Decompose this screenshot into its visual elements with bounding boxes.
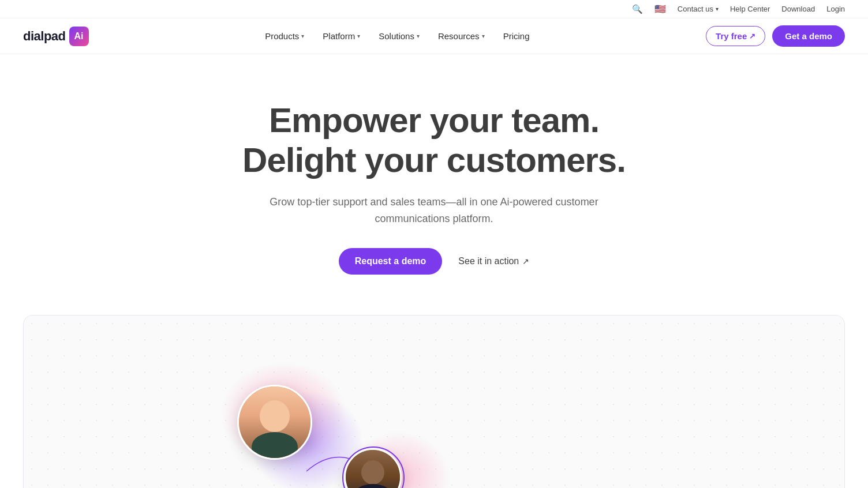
avatar-woman <box>237 385 312 460</box>
logo-wordmark: dialpad <box>23 29 66 44</box>
nav-links: Products ▾ Platform ▾ Solutions ▾ Resour… <box>257 27 537 46</box>
chevron-down-icon: ▾ <box>482 33 485 39</box>
arrow-icon: ↗ <box>522 257 529 266</box>
hero-title: Empower your team. Delight your customer… <box>197 100 671 180</box>
see-in-action-link[interactable]: See it in action ↗ <box>458 256 529 266</box>
try-free-label: Try free <box>716 31 747 41</box>
nav-item-pricing[interactable]: Pricing <box>495 27 538 46</box>
nav-link-platform[interactable]: Platform ▾ <box>315 27 368 46</box>
nav-label-resources: Resources <box>438 31 480 41</box>
contact-chevron-icon: ▾ <box>716 6 719 12</box>
nav-label-solutions: Solutions <box>379 31 414 41</box>
logo-link[interactable]: dialpad Ai <box>23 27 89 46</box>
help-center-link[interactable]: Help Center <box>730 5 770 13</box>
nav-item-solutions[interactable]: Solutions ▾ <box>371 27 428 46</box>
login-link[interactable]: Login <box>826 5 845 13</box>
demo-section <box>23 315 845 488</box>
nav-actions: Try free ↗ Get a demo <box>706 25 845 47</box>
nav-label-platform: Platform <box>323 31 355 41</box>
try-free-button[interactable]: Try free ↗ <box>706 26 765 46</box>
chevron-down-icon: ▾ <box>357 33 360 39</box>
nav-link-resources[interactable]: Resources ▾ <box>430 27 493 46</box>
nav-item-resources[interactable]: Resources ▾ <box>430 27 493 46</box>
nav-link-pricing[interactable]: Pricing <box>495 27 538 46</box>
contact-us-label: Contact us <box>678 5 713 13</box>
top-utility-bar: 🔍 🇺🇸 Contact us ▾ Help Center Download L… <box>0 0 868 18</box>
chevron-down-icon: ▾ <box>301 33 304 39</box>
nav-link-products[interactable]: Products ▾ <box>257 27 312 46</box>
logo-icon: Ai <box>69 27 89 46</box>
hero-title-line2: Delight your customers. <box>242 141 626 179</box>
nav-label-pricing: Pricing <box>503 31 530 41</box>
get-demo-label: Get a demo <box>785 31 832 41</box>
see-action-label: See it in action <box>458 256 519 266</box>
hero-actions: Request a demo See it in action ↗ <box>197 248 671 275</box>
request-demo-label: Request a demo <box>355 256 426 266</box>
download-link[interactable]: Download <box>781 5 815 13</box>
get-demo-button[interactable]: Get a demo <box>772 25 845 47</box>
external-link-icon: ↗ <box>749 32 755 40</box>
nav-label-products: Products <box>265 31 299 41</box>
logo-icon-text: Ai <box>74 31 84 42</box>
nav-item-products[interactable]: Products ▾ <box>257 27 312 46</box>
search-icon[interactable]: 🔍 <box>632 4 643 14</box>
chevron-down-icon: ▾ <box>417 33 420 39</box>
demo-content <box>24 316 844 488</box>
flag-icon: 🇺🇸 <box>654 3 666 14</box>
hero-section: Empower your team. Delight your customer… <box>174 54 694 303</box>
contact-us-link[interactable]: Contact us ▾ <box>678 5 719 13</box>
hero-subtitle: Grow top-tier support and sales teams—al… <box>249 194 619 227</box>
avatar-man-face <box>346 450 400 488</box>
avatar-woman-face <box>239 386 310 458</box>
nav-link-solutions[interactable]: Solutions ▾ <box>371 27 428 46</box>
main-nav: dialpad Ai Products ▾ Platform ▾ Solutio… <box>0 18 868 54</box>
request-demo-button[interactable]: Request a demo <box>339 248 443 275</box>
hero-title-line1: Empower your team. <box>269 101 599 140</box>
nav-item-platform[interactable]: Platform ▾ <box>315 27 368 46</box>
